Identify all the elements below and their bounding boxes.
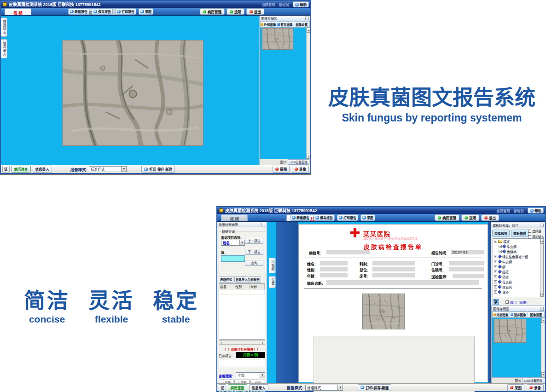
stored-image-thumbnail[interactable]	[494, 319, 526, 343]
tree-node-root[interactable]: 模板	[493, 239, 543, 244]
tree-node[interactable]: 牛皮癣	[493, 244, 543, 249]
print-report-button[interactable]: 打印报告	[337, 214, 358, 221]
vertical-scrollbar[interactable]	[306, 28, 310, 159]
new-report-button[interactable]: 新建报告	[290, 214, 311, 221]
capture-button[interactable]: 采图	[360, 214, 375, 221]
stored-image-thumbnail[interactable]	[262, 28, 293, 50]
help-button[interactable]: 帮助	[293, 1, 309, 7]
expander-icon[interactable]	[494, 265, 497, 268]
side-tab-mini-video[interactable]: 小视频	[269, 258, 276, 273]
panel-pin-icon[interactable]	[305, 17, 309, 20]
side-tab-info-entry[interactable]: 信息录入	[1, 39, 7, 58]
query-button[interactable]: 查询	[245, 260, 263, 266]
import-to-report-button[interactable]: 信息导入当前报告	[234, 276, 261, 282]
options-button[interactable]: 选项	[227, 8, 244, 15]
tree-node[interactable]: 鱼鳞病	[493, 249, 543, 254]
side-tab-position[interactable]: 位置	[269, 276, 276, 288]
expander-icon[interactable]	[494, 270, 497, 273]
inpatient-no-field[interactable]	[449, 267, 484, 271]
exit-button[interactable]: 退出	[481, 214, 499, 221]
cert-button[interactable]: 证	[219, 384, 226, 391]
part-field[interactable]	[372, 267, 415, 271]
use-template-checkbox[interactable]: 选用（双击）	[505, 300, 529, 305]
print-save-new-button[interactable]: 打印-保存-新建	[358, 384, 391, 391]
doctor-field[interactable]	[453, 274, 484, 278]
expander-icon[interactable]	[494, 285, 497, 288]
exit-button[interactable]: 退出	[246, 8, 264, 15]
panel-pin-icon[interactable]	[261, 223, 265, 226]
panel-pin-icon[interactable]	[540, 224, 544, 227]
view-range-select[interactable]: 全部	[236, 372, 265, 378]
saved-reports-field[interactable]	[219, 360, 265, 367]
expander-icon[interactable]	[494, 255, 497, 258]
image-settings-button[interactable]: 图像设置	[294, 21, 310, 27]
titlebar[interactable]: 皮肤真菌检测系统 2016版 巨联科技 13775991542 当前登陆：管理员…	[1, 1, 310, 8]
image-settings-button[interactable]: 图像设置	[528, 311, 545, 317]
diagnosis-field[interactable]	[326, 280, 479, 285]
selector-checkbox[interactable]: 选择器	[528, 229, 544, 233]
clinic-no-field[interactable]	[449, 261, 484, 265]
panel-pin-icon[interactable]	[540, 307, 544, 311]
bed-field[interactable]	[372, 273, 415, 277]
tree-node[interactable]: 牛皮癣	[493, 259, 543, 264]
dept-field[interactable]	[372, 261, 415, 265]
tree-node[interactable]: 药疹	[493, 274, 543, 279]
info-entry-button[interactable]: 信息录入	[249, 384, 268, 391]
cert-button[interactable]: 证	[2, 166, 10, 173]
temp-image-button[interactable]: 暂存图像	[510, 311, 527, 317]
tab-video[interactable]: 视 频	[5, 8, 31, 15]
results-table[interactable]: 姓名 性别 年龄	[219, 283, 265, 340]
quick-search-button[interactable]: 病历速查	[12, 166, 31, 173]
tree-node[interactable]: 痤疮	[493, 269, 543, 274]
usb-device-badge[interactable]: USB设备图像	[288, 159, 309, 165]
tree-node[interactable]: 白癜风	[493, 284, 543, 289]
report-style-select[interactable]: 标准样式	[89, 166, 127, 172]
save-report-button[interactable]: 保存报告	[314, 214, 335, 221]
report-style-select[interactable]: 标准样式	[305, 385, 343, 391]
sex-field[interactable]	[320, 267, 348, 271]
external-image-button[interactable]: 外部图像	[260, 21, 276, 27]
external-image-button[interactable]: 外部图像	[492, 311, 509, 317]
case-manage-button[interactable]: 病历管理	[200, 8, 225, 15]
expander-icon[interactable]	[499, 250, 502, 253]
age-field[interactable]	[320, 273, 348, 277]
template-manage-button[interactable]: 模板管理	[511, 230, 529, 237]
capture-button[interactable]: 采图	[139, 8, 153, 15]
side-tab-quick-search[interactable]: 快速检索	[1, 17, 7, 37]
record-button[interactable]: 录像	[292, 166, 309, 173]
case-manage-button[interactable]: 病历管理	[435, 214, 459, 221]
print-save-new-button[interactable]: 打印-保存-新建	[141, 166, 175, 173]
tree-node[interactable]: 癣	[493, 264, 543, 269]
save-report-button[interactable]: 保存报告	[92, 8, 113, 15]
expander-icon[interactable]	[494, 290, 497, 294]
expander-icon[interactable]	[494, 260, 497, 263]
vertical-scrollbar[interactable]	[541, 318, 545, 377]
font-button[interactable]: 字	[493, 299, 499, 305]
options-button[interactable]: 选项	[461, 214, 479, 221]
usb-device-badge[interactable]: USB设备图像	[523, 378, 544, 383]
horizontal-scrollbar[interactable]	[219, 340, 265, 345]
prev-report-button[interactable]: 上一报告	[245, 238, 263, 244]
query-field-select[interactable]: 姓名	[221, 240, 245, 246]
temp-image-button[interactable]: 暂存图像	[277, 21, 293, 27]
report-page[interactable]: 某某医院 温馨提示:医院名称可到选项-系统设置里修改 皮肤病检查报告单 病检号:…	[298, 224, 488, 382]
print-report-button[interactable]: 打印报告	[115, 8, 136, 15]
report-microscope-image[interactable]	[362, 294, 405, 329]
record-button[interactable]: 录像	[527, 384, 544, 391]
template-tree[interactable]: 模板 牛皮癣 鱼鳞病 特发性色素减少症 牛皮癣 癣 痤疮 药疹 花斑癣 白癜风 …	[493, 238, 544, 297]
table-row[interactable]	[219, 289, 265, 294]
table-style-button[interactable]: 表格样式	[219, 276, 233, 282]
expander-icon[interactable]	[494, 280, 497, 283]
tree-node[interactable]: 特发性色素减少症	[493, 254, 543, 259]
expander-icon[interactable]	[494, 275, 497, 278]
help-button[interactable]: 帮助	[528, 208, 544, 213]
capture-bottom-button[interactable]: 采图	[273, 166, 290, 173]
name-field[interactable]	[320, 261, 348, 265]
tree-node[interactable]: 湿疹	[493, 289, 543, 294]
expander-icon[interactable]	[499, 245, 502, 248]
info-entry-button[interactable]: 信息录入	[33, 166, 52, 173]
expander-icon[interactable]	[494, 240, 497, 243]
tab-video[interactable]: 视 频	[221, 214, 248, 221]
next-report-button[interactable]: 下一报告	[245, 249, 263, 255]
tree-node[interactable]: 花斑癣	[493, 279, 543, 284]
